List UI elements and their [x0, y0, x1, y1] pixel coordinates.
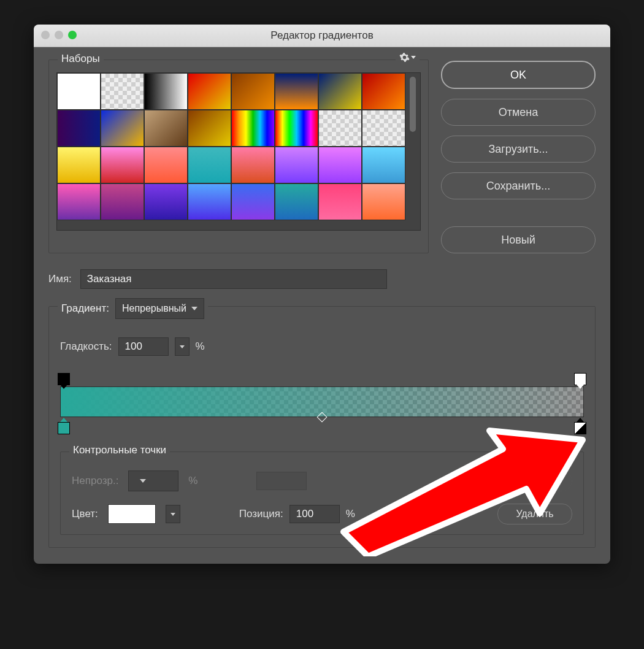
opacity-pos-input	[256, 472, 307, 490]
preset-swatch[interactable]	[101, 73, 144, 110]
opacity-unit: %	[188, 475, 197, 487]
chevron-down-icon	[140, 479, 146, 483]
color-swatch[interactable]	[108, 504, 156, 524]
preset-swatch[interactable]	[144, 147, 188, 183]
preset-swatch[interactable]	[144, 183, 188, 220]
preset-swatch[interactable]	[318, 147, 362, 183]
preset-swatch[interactable]	[318, 73, 362, 110]
close-icon[interactable]	[41, 31, 50, 39]
preset-swatch[interactable]	[188, 73, 231, 110]
preset-swatch[interactable]	[231, 147, 275, 183]
smoothness-unit: %	[196, 340, 205, 353]
preset-swatch[interactable]	[275, 73, 318, 110]
presets-legend: Наборы	[58, 53, 104, 65]
chevron-down-icon	[411, 56, 416, 59]
gradient-editor-window: Редактор градиентов Наборы	[34, 25, 610, 564]
preset-swatch[interactable]	[101, 147, 144, 183]
opacity-label: Непрозр.:	[72, 475, 118, 487]
preset-swatch[interactable]	[362, 183, 405, 220]
preset-swatch[interactable]	[275, 110, 318, 147]
color-pos-label: Позиция:	[239, 508, 283, 520]
cancel-button[interactable]: Отмена	[441, 99, 596, 126]
window-title: Редактор градиентов	[34, 29, 610, 42]
chevron-down-icon	[171, 513, 175, 516]
titlebar: Редактор градиентов	[34, 25, 610, 47]
preset-swatch[interactable]	[188, 110, 231, 147]
preset-swatch[interactable]	[188, 183, 231, 220]
preset-swatch[interactable]	[231, 110, 275, 147]
gradient-bar[interactable]	[60, 374, 584, 433]
stops-legend: Контрольные точки	[69, 444, 170, 456]
preset-swatch[interactable]	[318, 110, 362, 147]
preset-swatch[interactable]	[57, 110, 101, 147]
preset-swatch[interactable]	[362, 73, 405, 110]
color-swatch-menu[interactable]	[166, 505, 180, 523]
fullscreen-icon[interactable]	[68, 31, 77, 39]
opacity-stop-right[interactable]	[574, 373, 586, 385]
delete-color-stop-button[interactable]: Удалить	[497, 504, 572, 524]
presets-panel: Наборы	[48, 60, 429, 253]
delete-opacity-stop-button: Удалить	[497, 470, 572, 491]
chevron-down-icon	[180, 345, 185, 348]
presets-scrollbar[interactable]	[405, 73, 420, 230]
name-input[interactable]	[80, 269, 387, 289]
preset-swatch[interactable]	[275, 147, 318, 183]
smoothness-label: Гладкость:	[60, 340, 112, 353]
preset-swatch[interactable]	[275, 183, 318, 220]
color-stop-right[interactable]	[574, 422, 586, 434]
scrollbar-thumb[interactable]	[410, 77, 416, 132]
gradient-type-select[interactable]: Непрерывный	[115, 298, 204, 319]
gear-icon	[399, 52, 410, 63]
preset-swatch[interactable]	[144, 110, 188, 147]
presets-menu-button[interactable]	[396, 52, 420, 63]
gradient-type-label: Градиент:	[61, 302, 109, 315]
preset-swatch[interactable]	[57, 147, 101, 183]
preset-swatch[interactable]	[57, 73, 101, 110]
preset-swatch[interactable]	[101, 183, 144, 220]
preset-swatch[interactable]	[101, 110, 144, 147]
gradient-legend: Градиент: Непрерывный	[58, 298, 208, 319]
chevron-down-icon	[191, 307, 197, 310]
save-button[interactable]: Сохранить...	[441, 172, 596, 199]
preset-swatch[interactable]	[318, 183, 362, 220]
preset-swatch[interactable]	[144, 73, 188, 110]
preset-swatch[interactable]	[57, 183, 101, 220]
color-pos-input[interactable]: 100	[289, 505, 340, 523]
preset-swatch[interactable]	[188, 147, 231, 183]
load-button[interactable]: Загрузить...	[441, 136, 596, 163]
opacity-input	[128, 470, 178, 491]
opacity-stop-left[interactable]	[58, 373, 70, 385]
smoothness-stepper[interactable]	[175, 337, 190, 356]
preset-swatch[interactable]	[362, 110, 405, 147]
dialog-buttons: OK Отмена Загрузить... Сохранить... Новы…	[441, 60, 596, 253]
window-controls	[41, 31, 77, 39]
gradient-fieldset: Градиент: Непрерывный Гладкость: 100 %	[48, 306, 596, 548]
color-stop-left[interactable]	[58, 422, 70, 434]
gradient-type-value: Непрерывный	[122, 303, 186, 314]
preset-swatch[interactable]	[231, 183, 275, 220]
preset-swatch[interactable]	[362, 147, 405, 183]
new-button[interactable]: Новый	[441, 226, 596, 253]
minimize-icon[interactable]	[55, 31, 63, 39]
smoothness-input[interactable]: 100	[118, 337, 169, 356]
color-label: Цвет:	[72, 508, 98, 520]
preset-swatch[interactable]	[231, 73, 275, 110]
color-pos-unit: %	[346, 508, 355, 520]
presets-grid	[57, 73, 405, 230]
name-label: Имя:	[48, 273, 72, 285]
ok-button[interactable]: OK	[441, 61, 596, 89]
stops-panel: Контрольные точки Непрозр.: %	[60, 451, 584, 535]
